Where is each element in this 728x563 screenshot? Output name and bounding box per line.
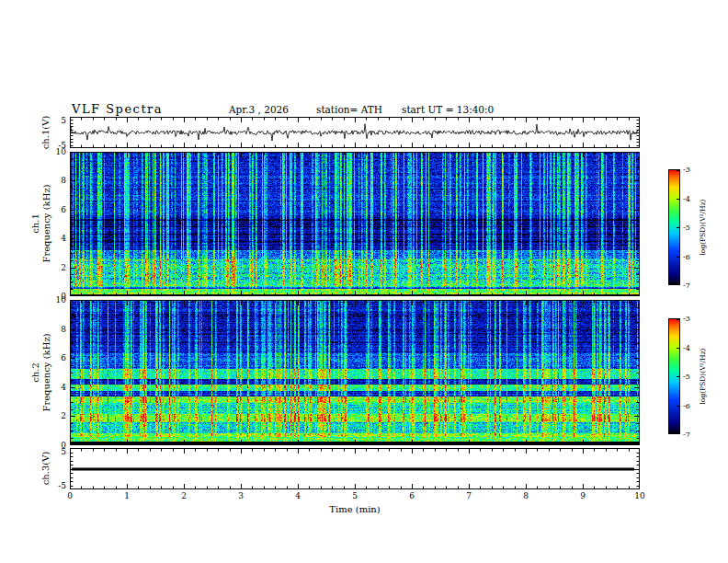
header-date: Apr.3 , 2026 bbox=[229, 104, 289, 115]
colorbar-ch2-tick-label: -4 bbox=[683, 343, 690, 351]
x-axis-tick-label: 7 bbox=[466, 491, 472, 500]
ch3-wave-ytick-label: -5 bbox=[58, 481, 66, 490]
x-axis-tick-label: 10 bbox=[634, 491, 644, 500]
colorbar-ch1-tick-label: -7 bbox=[683, 282, 690, 290]
x-axis-tick-label: 6 bbox=[409, 491, 415, 500]
ch2-spectrogram-canvas bbox=[70, 300, 640, 445]
ch2-spec-ytick-label: 4 bbox=[61, 383, 66, 392]
x-axis-tick-label: 5 bbox=[352, 491, 358, 500]
ch1-spec-ytick-label: 6 bbox=[61, 205, 66, 214]
ch1-wave-ytick-label: -5 bbox=[58, 141, 66, 150]
colorbar-ch2-tick-label: -7 bbox=[683, 431, 690, 439]
x-axis-tick-label: 1 bbox=[124, 491, 130, 500]
ch1-spec-ylabel-line1: ch.1 bbox=[30, 184, 41, 262]
ch2-spec-ytick-label: 6 bbox=[61, 353, 66, 362]
ch1-spectrogram-canvas bbox=[70, 152, 640, 296]
ch1-spec-ytick-label: 4 bbox=[61, 234, 66, 243]
ch1-spec-ylabel-line2: Frequency (kHz) bbox=[40, 184, 51, 262]
x-axis-tick-label: 0 bbox=[67, 491, 73, 500]
header-start-ut: start UT = 13:40:0 bbox=[402, 104, 494, 115]
ch1-spec-ylabel: ch.1 Frequency (kHz) bbox=[30, 184, 51, 262]
vlf-spectra-figure: VLF Spectra Apr.3 , 2026 station= ATH st… bbox=[0, 0, 728, 563]
x-axis-tick-label: 9 bbox=[580, 491, 586, 500]
ch1-spec-ytick-label: 2 bbox=[61, 263, 66, 272]
colorbar-ch1-tick-label: -5 bbox=[683, 224, 690, 232]
ch1-wave-ylabel: ch.1(V) bbox=[40, 116, 51, 150]
ch1-spec-ytick-label: 8 bbox=[61, 176, 66, 185]
ch3-wave-ylabel-text: ch.3(V) bbox=[40, 452, 51, 486]
ch1-wave-ytick-label: 5 bbox=[61, 116, 66, 125]
colorbar-ch2-tick-label: -3 bbox=[683, 315, 690, 323]
x-axis-tick-label: 3 bbox=[238, 491, 244, 500]
colorbar-ch2-label: log(PSD)(V²/Hz) bbox=[699, 348, 707, 404]
ch3-waveform-canvas bbox=[70, 448, 640, 489]
colorbar-ch1-tick-label: -4 bbox=[683, 194, 690, 202]
header-station: station= ATH bbox=[316, 104, 382, 115]
x-axis-title: Time (min) bbox=[329, 504, 380, 514]
colorbar-ch2-tick-label: -5 bbox=[683, 373, 690, 381]
ch3-wave-ylabel: ch.3(V) bbox=[40, 452, 51, 486]
x-axis-tick-label: 8 bbox=[523, 491, 529, 500]
colorbar-ch2-canvas bbox=[668, 318, 680, 434]
ch3-wave-ytick-label: 5 bbox=[61, 447, 66, 456]
x-axis-tick-label: 2 bbox=[181, 491, 187, 500]
ch1-wave-ylabel-text: ch.1(V) bbox=[40, 116, 51, 150]
colorbar-ch2-tick-label: -6 bbox=[683, 401, 690, 409]
colorbar-ch1-tick-label: -6 bbox=[683, 252, 690, 260]
colorbar-ch1-canvas bbox=[668, 169, 680, 285]
ch2-spec-ytick-label: 10 bbox=[56, 295, 66, 304]
figure-title: VLF Spectra bbox=[72, 102, 163, 116]
x-axis-tick-label: 4 bbox=[295, 491, 301, 500]
ch2-spec-ytick-label: 8 bbox=[61, 325, 66, 334]
ch2-spec-ylabel-line2: Frequency (kHz) bbox=[40, 333, 51, 411]
ch1-waveform-canvas bbox=[70, 117, 640, 148]
ch2-spec-ytick-label: 2 bbox=[61, 411, 66, 420]
colorbar-ch1-tick-label: -3 bbox=[683, 166, 690, 174]
ch2-spec-ylabel: ch.2 Frequency (kHz) bbox=[30, 333, 51, 411]
ch2-spec-ylabel-line1: ch.2 bbox=[30, 333, 41, 411]
colorbar-ch1-label: log(PSD)(V²/Hz) bbox=[699, 199, 707, 255]
